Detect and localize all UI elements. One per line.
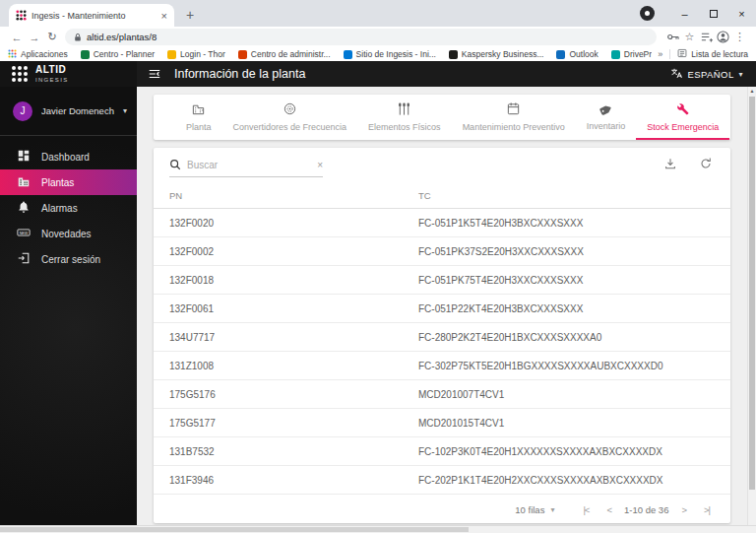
tab-elementos-fisicos[interactable]: Elementos Físicos [357, 95, 452, 140]
connectors-icon [397, 101, 411, 118]
profile-icon[interactable] [715, 31, 731, 43]
bookmark-label: Centro de administr... [251, 49, 331, 59]
pagination: 10 filas ▾ |< < 1-10 de 36 > >| [154, 496, 730, 523]
bookmarks-right: » Lista de lectura [652, 48, 748, 60]
maximize-button[interactable] [699, 0, 727, 27]
next-page-button[interactable]: > [672, 504, 695, 515]
table-row[interactable]: 132F0002 FC-051PK37S2E20H3XXCXXXSXXX [154, 237, 730, 266]
minimize-button[interactable]: – [670, 0, 699, 27]
tab-close-icon[interactable]: × [161, 10, 167, 22]
sidebar-item-label: Novedades [41, 229, 92, 239]
scroll-up-icon[interactable]: ▲ [748, 87, 756, 96]
menu-dots-icon[interactable]: ⋮ [731, 31, 748, 43]
table-row[interactable]: 175G5177 MCD201015T4CV1 [154, 409, 730, 437]
last-page-button[interactable]: >| [695, 504, 719, 515]
cell-pn: 131Z1008 [154, 361, 403, 371]
bell-icon [17, 200, 31, 216]
browser-titlebar: Ingesis - Mantenimiento × + – × [0, 0, 756, 27]
refresh-icon[interactable] [699, 157, 713, 174]
table-row[interactable]: 131F3946 FC-202P1K1T4E20H2XXCXXXSXXXXAXB… [154, 466, 730, 495]
caret-down-icon: ▾ [123, 106, 127, 115]
brand-subname: INGESIS [35, 77, 68, 83]
bookmark-item[interactable]: DrivePro® Services [611, 49, 653, 59]
table-row[interactable]: 132F0061 FC-051P22KT4E20H3BXCXXXSXXX [154, 295, 730, 323]
bookmarks-list: Centro - Planner Login - Thor Centro de … [81, 49, 653, 59]
back-button[interactable]: ← [8, 32, 26, 43]
table-row[interactable]: 131Z1008 FC-302P75KT5E20H1BGXXXXSXXXXAUB… [154, 352, 730, 380]
bookmark-item[interactable]: Centro de administr... [238, 49, 331, 59]
new-tab-button[interactable]: + [186, 7, 194, 23]
tab-label: Convertidores de Frecuencia [233, 122, 347, 132]
address-bar[interactable]: altid.es/plantas/8 [65, 29, 657, 45]
user-name: Javier Domenech [41, 105, 114, 116]
scrollbar-thumb[interactable] [749, 97, 755, 490]
tab-stock-emergencia[interactable]: Stock Emergencia [636, 95, 729, 140]
table-row[interactable]: 131B7532 FC-102P3K0T4E20H1XXXXXXSXXXXAXB… [154, 437, 730, 466]
profile-badge-icon[interactable] [640, 6, 655, 21]
tab-mantenimiento[interactable]: Mantenimiento Preventivo [452, 95, 576, 140]
apps-grid-icon [8, 49, 17, 60]
search-input[interactable] [187, 160, 311, 170]
caret-down-icon: ▾ [550, 505, 554, 514]
tab-convertidores[interactable]: Convertidores de Frecuencia [222, 95, 358, 140]
reload-button[interactable]: ↻ [43, 31, 61, 43]
download-icon[interactable] [663, 157, 677, 174]
translate-icon [670, 67, 683, 82]
search-box[interactable]: × [169, 155, 323, 177]
tab-planta[interactable]: Planta [175, 95, 222, 140]
site-favicon-icon [16, 10, 27, 21]
horizontal-scrollbar[interactable] [0, 525, 756, 533]
bookmark-label: DrivePro® Services [624, 49, 653, 59]
bookmark-apps[interactable]: Aplicaciones [8, 49, 68, 60]
browser-tab[interactable]: Ingesis - Mantenimiento × [9, 4, 174, 27]
altid-logo-icon [12, 66, 29, 83]
bookmark-star-icon[interactable]: ☆ [681, 31, 698, 43]
menu-fold-icon[interactable] [148, 67, 161, 81]
drive-icon [283, 101, 297, 118]
table-row[interactable]: 175G5176 MCD201007T4CV1 [154, 380, 730, 409]
bookmark-item[interactable]: Kaspersky Business... [449, 49, 544, 59]
column-header-pn[interactable]: PN [154, 190, 403, 201]
bookmark-item[interactable]: Login - Thor [167, 49, 225, 59]
column-header-tc[interactable]: TC [403, 190, 730, 201]
tab-label: Mantenimiento Preventivo [463, 122, 565, 132]
rows-per-page-select[interactable]: 10 filas ▾ [515, 504, 554, 515]
table-row[interactable]: 132F0018 FC-051PK75T4E20H3XXCXXXSXXX [154, 266, 730, 295]
user-menu[interactable]: J Javier Domenech ▾ [0, 87, 137, 136]
cell-tc: FC-051P22KT4E20H3BXCXXXSXXX [403, 303, 730, 314]
cell-tc: MCD201015T4CV1 [403, 418, 730, 429]
chevron-down-icon: ▾ [739, 70, 743, 79]
forward-button[interactable]: → [26, 32, 43, 43]
tab-label: Inventario [587, 121, 626, 131]
bookmarks-overflow-icon[interactable]: » [658, 49, 662, 59]
scrollbar-thumb[interactable] [0, 527, 469, 532]
reading-list-button[interactable]: Lista de lectura [677, 48, 748, 60]
sidebar-item-plantas[interactable]: Plantas [0, 169, 137, 195]
cell-tc: FC-051PK37S2E20H3XXCXXXSXXX [403, 246, 730, 257]
cell-tc: FC-302P75KT5E20H1BGXXXXSXXXXAUBXCXXXXD0 [403, 361, 730, 371]
vertical-scrollbar[interactable]: ▲ [747, 87, 756, 525]
key-icon[interactable] [664, 31, 681, 43]
bookmark-item[interactable]: Centro - Planner [81, 49, 155, 59]
clear-search-icon[interactable]: × [317, 160, 323, 170]
bookmark-label: Login - Thor [180, 49, 225, 59]
bookmark-item[interactable]: Outlook [556, 49, 598, 59]
prev-page-button[interactable]: < [598, 504, 620, 515]
language-selector[interactable]: ESPAÑOL ▾ [670, 67, 743, 82]
sidebar-item-cerrar-sesion[interactable]: Cerrar sesión [0, 246, 137, 272]
table-row[interactable]: 132F0020 FC-051P1K5T4E20H3BXCXXXSXXX [154, 209, 730, 237]
reading-list-add-icon[interactable] [698, 31, 715, 43]
first-page-button[interactable]: |< [574, 504, 598, 515]
rows-per-page-label: 10 filas [515, 504, 544, 515]
close-window-button[interactable]: × [727, 0, 756, 27]
sidebar-item-dashboard[interactable]: Dashboard [0, 144, 137, 169]
sidebar-item-novedades[interactable]: NEW Novedades [0, 221, 137, 246]
bookmark-item[interactable]: Sitio de Ingesis - Ini... [344, 49, 436, 59]
bookmarks-bar: Aplicaciones Centro - Planner Login - Th… [0, 47, 756, 61]
tab-inventario[interactable]: Inventario [576, 95, 637, 140]
table-row[interactable]: 134U7717 FC-280P2K2T4E20H1BXCXXXSXXXXA0 [154, 323, 730, 352]
bookmark-favicon [344, 50, 352, 59]
sidebar: J Javier Domenech ▾ Dashboard Plantas [0, 87, 137, 525]
sidebar-item-alarmas[interactable]: Alarmas [0, 195, 137, 221]
brand: ALTID INGESIS [0, 61, 137, 87]
